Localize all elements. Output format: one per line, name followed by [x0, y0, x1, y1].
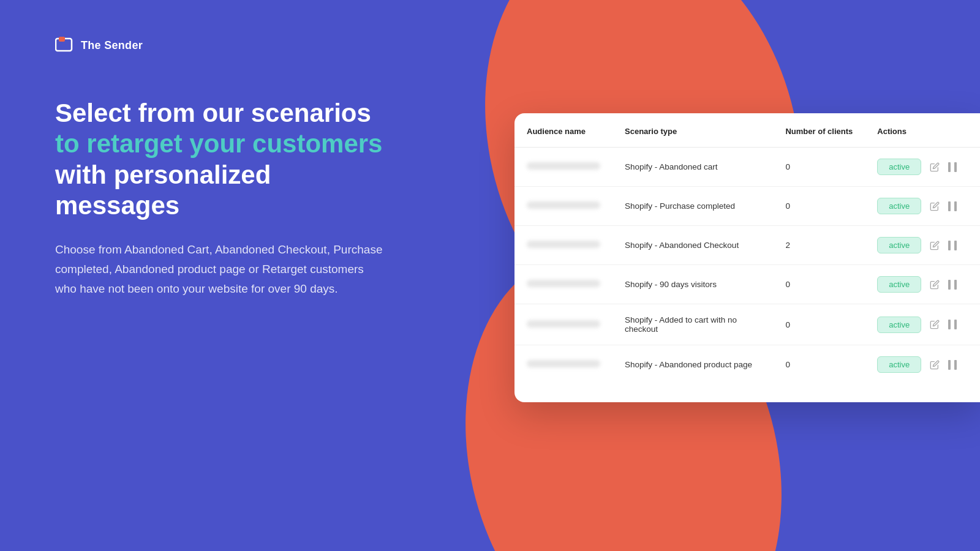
col-header-clients: Number of clients	[773, 113, 865, 148]
actions-cell: active	[865, 345, 980, 384]
actions-cell: active	[865, 304, 980, 345]
logo-text: The Sender	[81, 39, 143, 52]
scenario-cell: Shopify - Abandoned product page	[612, 345, 773, 384]
heading-highlight: to retarget your customers	[55, 129, 382, 158]
edit-icon-1[interactable]	[930, 162, 940, 172]
svg-rect-3	[954, 162, 957, 172]
scenario-cell: Shopify - Added to cart with no checkout	[612, 304, 773, 345]
svg-rect-9	[954, 280, 957, 290]
sub-text: Choose from Abandoned Cart, Abandoned Ch…	[55, 240, 386, 299]
actions-cell: active	[865, 265, 980, 304]
scenario-cell: Shopify - Abandoned cart	[612, 148, 773, 187]
clients-cell: 0	[773, 148, 865, 187]
heading-part1: Select from our scenarios	[55, 99, 371, 127]
clients-cell: 0	[773, 304, 865, 345]
pause-icon-5[interactable]	[948, 320, 957, 329]
clients-cell: 2	[773, 226, 865, 265]
svg-rect-12	[948, 360, 951, 370]
svg-rect-4	[948, 201, 951, 211]
edit-icon-4[interactable]	[930, 280, 940, 290]
table-row: Shopify - Purchase completed0 active	[514, 187, 980, 226]
active-badge-3[interactable]: active	[877, 237, 921, 253]
edit-icon-3[interactable]	[930, 241, 940, 250]
pause-icon-4[interactable]	[948, 280, 957, 290]
actions-cell: active	[865, 148, 980, 187]
edit-icon-6[interactable]	[930, 360, 940, 370]
svg-rect-10	[948, 320, 951, 329]
svg-rect-1	[59, 37, 65, 42]
active-badge-5[interactable]: active	[877, 317, 921, 333]
table-row: Shopify - Added to cart with no checkout…	[514, 304, 980, 345]
svg-rect-7	[954, 241, 957, 250]
svg-rect-8	[948, 280, 951, 290]
scenarios-table: Audience name Scenario type Number of cl…	[514, 113, 980, 384]
col-header-audience: Audience name	[514, 113, 612, 148]
table-card: Audience name Scenario type Number of cl…	[514, 113, 980, 402]
active-badge-6[interactable]: active	[877, 356, 921, 373]
svg-rect-2	[948, 162, 951, 172]
audience-cell	[514, 187, 612, 226]
scenario-cell: Shopify - Abandoned Checkout	[612, 226, 773, 265]
table-header-row: Audience name Scenario type Number of cl…	[514, 113, 980, 148]
actions-cell: active	[865, 187, 980, 226]
svg-rect-11	[954, 320, 957, 329]
table-row: Shopify - 90 days visitors0 active	[514, 265, 980, 304]
scenario-cell: Shopify - Purchase completed	[612, 187, 773, 226]
pause-icon-6[interactable]	[948, 360, 957, 370]
active-badge-4[interactable]: active	[877, 276, 921, 293]
active-badge-2[interactable]: active	[877, 198, 921, 214]
active-badge-1[interactable]: active	[877, 159, 921, 175]
scenario-cell: Shopify - 90 days visitors	[612, 265, 773, 304]
pause-icon-2[interactable]	[948, 201, 957, 211]
logo-icon	[55, 37, 75, 54]
edit-icon-2[interactable]	[930, 201, 940, 211]
edit-icon-5[interactable]	[930, 320, 940, 329]
audience-cell	[514, 345, 612, 384]
table-row: Shopify - Abandoned product page0 active	[514, 345, 980, 384]
col-header-scenario: Scenario type	[612, 113, 773, 148]
svg-rect-6	[948, 241, 951, 250]
logo-area: The Sender	[55, 37, 143, 54]
pause-icon-1[interactable]	[948, 162, 957, 172]
audience-cell	[514, 265, 612, 304]
table-row: Shopify - Abandoned Checkout2 active	[514, 226, 980, 265]
svg-rect-5	[954, 201, 957, 211]
col-header-actions: Actions	[865, 113, 980, 148]
svg-rect-13	[954, 360, 957, 370]
clients-cell: 0	[773, 265, 865, 304]
left-content: Select from our scenarios to retarget yo…	[55, 98, 386, 299]
main-heading: Select from our scenarios to retarget yo…	[55, 98, 386, 222]
heading-part2: with personalized messages	[55, 160, 271, 220]
clients-cell: 0	[773, 187, 865, 226]
audience-cell	[514, 226, 612, 265]
background: The Sender Select from our scenarios to …	[0, 0, 980, 551]
pause-icon-3[interactable]	[948, 241, 957, 250]
table-row: Shopify - Abandoned cart0 active	[514, 148, 980, 187]
audience-cell	[514, 148, 612, 187]
audience-cell	[514, 304, 612, 345]
actions-cell: active	[865, 226, 980, 265]
clients-cell: 0	[773, 345, 865, 384]
